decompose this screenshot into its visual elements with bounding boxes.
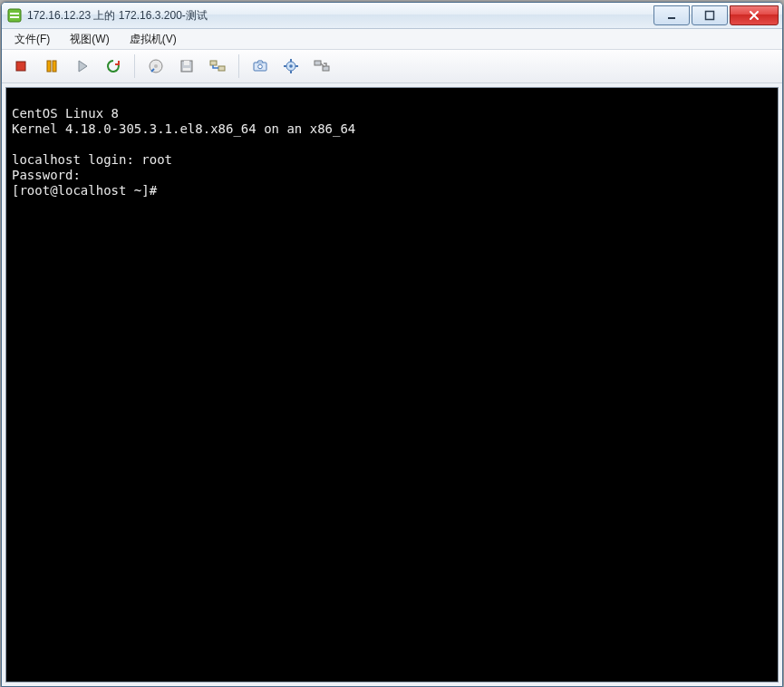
cdrom-button[interactable] xyxy=(142,53,169,80)
svg-rect-5 xyxy=(16,62,25,71)
stop-button[interactable] xyxy=(7,53,34,80)
svg-rect-23 xyxy=(315,61,321,65)
window-title: 172.16.12.23 上的 172.16.3.200-测试 xyxy=(27,8,652,24)
svg-rect-1 xyxy=(10,13,19,15)
refresh-button[interactable] xyxy=(100,53,127,80)
terminal-line: CentOS Linux 8 xyxy=(12,106,119,121)
app-icon xyxy=(7,8,22,23)
svg-rect-0 xyxy=(8,9,21,22)
settings-button[interactable] xyxy=(277,53,305,80)
terminal-output: CentOS Linux 8 Kernel 4.18.0-305.3.1.el8… xyxy=(6,101,778,204)
minimize-button[interactable] xyxy=(653,5,690,25)
svg-point-16 xyxy=(258,64,263,69)
vmware-remote-console-window: 172.16.12.23 上的 172.16.3.200-测试 文件(F) 视图… xyxy=(1,2,783,687)
menu-vm[interactable]: 虚拟机(V) xyxy=(124,30,182,49)
close-button[interactable] xyxy=(730,5,779,25)
floppy-button[interactable] xyxy=(173,53,200,80)
svg-rect-7 xyxy=(53,61,56,72)
maximize-button[interactable] xyxy=(692,5,728,25)
svg-rect-6 xyxy=(47,61,51,72)
svg-rect-13 xyxy=(210,61,217,65)
fullscreen-button[interactable] xyxy=(308,53,335,80)
terminal-line: localhost login: root xyxy=(12,152,172,167)
svg-point-18 xyxy=(289,64,293,68)
vm-console[interactable]: CentOS Linux 8 Kernel 4.18.0-305.3.1.el8… xyxy=(5,87,779,682)
svg-rect-12 xyxy=(183,68,190,71)
menubar: 文件(F) 视图(W) 虚拟机(V) xyxy=(2,29,782,50)
pause-button[interactable] xyxy=(38,53,65,80)
network-button[interactable] xyxy=(204,53,231,80)
svg-point-9 xyxy=(154,64,158,68)
toolbar xyxy=(2,50,782,83)
snapshot-button[interactable] xyxy=(247,53,274,80)
svg-rect-2 xyxy=(10,16,19,18)
menu-view[interactable]: 视图(W) xyxy=(64,30,114,49)
svg-rect-3 xyxy=(668,17,675,19)
terminal-prompt: [root@localhost ~]# xyxy=(12,183,157,198)
watermark: @51CTO博客 xyxy=(696,664,775,681)
toolbar-separator xyxy=(134,54,135,78)
menu-file[interactable]: 文件(F) xyxy=(9,30,55,49)
terminal-line: Kernel 4.18.0-305.3.1.el8.x86_64 on an x… xyxy=(12,121,355,136)
terminal-line: Password: xyxy=(12,168,81,182)
svg-rect-4 xyxy=(706,12,714,20)
titlebar: 172.16.12.23 上的 172.16.3.200-测试 xyxy=(2,3,782,29)
play-button[interactable] xyxy=(69,53,96,80)
window-controls xyxy=(652,5,779,25)
svg-rect-11 xyxy=(184,61,189,65)
svg-rect-14 xyxy=(218,66,225,71)
toolbar-separator xyxy=(238,54,239,78)
